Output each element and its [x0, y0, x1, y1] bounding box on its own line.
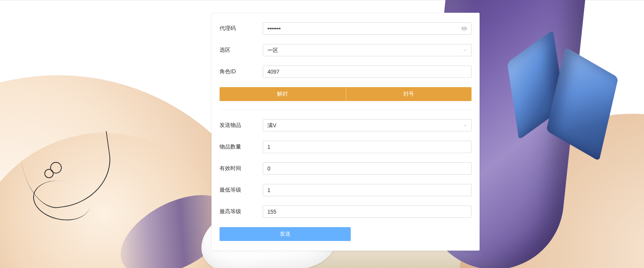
quantity-input[interactable]: [263, 141, 472, 153]
label-proxy-code: 代理码: [220, 25, 263, 32]
admin-panel-card: 代理码 选区 一区 角色ID: [212, 13, 479, 250]
label-zone: 选区: [220, 47, 263, 54]
max-level-input[interactable]: [263, 206, 472, 218]
row-proxy-code: 代理码: [212, 22, 479, 35]
label-min-level: 最低等级: [220, 187, 263, 194]
unban-button[interactable]: 解封: [220, 87, 346, 101]
eye-icon[interactable]: [461, 25, 467, 32]
row-valid-time: 有效时间: [212, 162, 479, 175]
row-item: 发送物品 满V: [212, 119, 479, 131]
label-item: 发送物品: [220, 122, 263, 129]
proxy-code-input[interactable]: [263, 22, 472, 35]
label-role-id: 角色ID: [220, 68, 263, 75]
item-select[interactable]: 满V: [263, 119, 472, 131]
divider: [220, 110, 472, 110]
item-select-value: 满V: [267, 122, 276, 128]
role-id-input[interactable]: [263, 66, 472, 78]
row-quantity: 物品数量: [212, 141, 479, 153]
send-row: 发送: [212, 227, 479, 241]
min-level-input[interactable]: [263, 184, 472, 196]
row-zone: 选区 一区: [212, 44, 479, 56]
send-button[interactable]: 发送: [220, 227, 351, 241]
zone-select-value: 一区: [267, 47, 278, 53]
valid-time-input[interactable]: [263, 162, 472, 175]
row-role-id: 角色ID: [212, 66, 479, 78]
label-quantity: 物品数量: [220, 143, 263, 150]
label-max-level: 最高等级: [220, 208, 263, 215]
zone-select[interactable]: 一区: [263, 44, 472, 56]
row-max-level: 最高等级: [212, 206, 479, 218]
ban-button[interactable]: 封号: [346, 87, 472, 101]
ban-button-row: 解封 封号: [212, 87, 479, 101]
label-valid-time: 有效时间: [220, 165, 263, 172]
row-min-level: 最低等级: [212, 184, 479, 196]
